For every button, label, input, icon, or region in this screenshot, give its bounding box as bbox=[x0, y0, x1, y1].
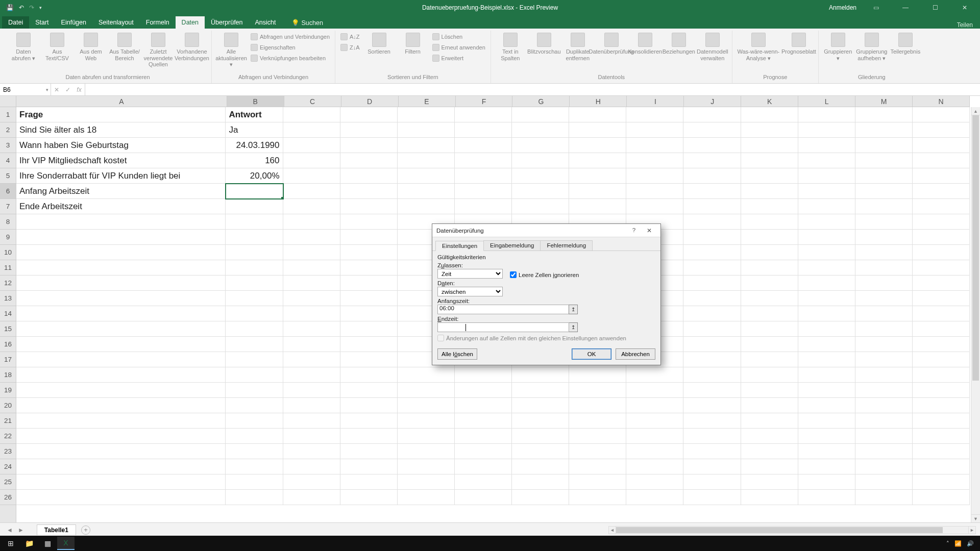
sheet-nav-prev-icon[interactable]: ◄ bbox=[4, 527, 15, 534]
cell[interactable] bbox=[455, 429, 512, 444]
start-time-ref-icon[interactable]: ↥ bbox=[569, 305, 578, 314]
cell[interactable] bbox=[226, 321, 283, 337]
row-header[interactable]: 1 bbox=[0, 107, 16, 122]
fx-icon[interactable]: fx bbox=[74, 86, 85, 93]
cell[interactable] bbox=[741, 245, 798, 260]
cell[interactable] bbox=[913, 153, 970, 168]
cell[interactable] bbox=[913, 321, 970, 337]
cell[interactable] bbox=[398, 367, 455, 383]
cell[interactable] bbox=[798, 474, 855, 490]
cell[interactable] bbox=[798, 291, 855, 306]
get-data-button[interactable]: Daten abrufen ▾ bbox=[7, 32, 40, 62]
cell[interactable] bbox=[340, 245, 398, 260]
remove-duplicates-button[interactable]: Duplikate entfernen bbox=[561, 32, 594, 62]
cell[interactable] bbox=[226, 230, 283, 245]
share-button[interactable]: Teilen bbox=[957, 21, 973, 29]
cell[interactable] bbox=[226, 276, 283, 291]
cell[interactable] bbox=[913, 383, 970, 398]
cell[interactable] bbox=[913, 245, 970, 260]
cell[interactable] bbox=[283, 276, 340, 291]
cell[interactable]: Ende Arbeitszeit bbox=[16, 199, 226, 214]
from-text-button[interactable]: Aus Text/CSV bbox=[41, 32, 74, 62]
filter-button[interactable]: Filtern bbox=[397, 32, 429, 56]
cell[interactable] bbox=[398, 383, 455, 398]
row-header[interactable]: 16 bbox=[0, 337, 16, 352]
dialog-titlebar[interactable]: Datenüberprüfung ? ✕ bbox=[432, 224, 660, 237]
row-header[interactable]: 2 bbox=[0, 122, 16, 138]
start-time-input[interactable]: 06:00 bbox=[437, 305, 569, 314]
cell[interactable] bbox=[569, 184, 626, 199]
cell[interactable] bbox=[626, 107, 683, 122]
column-header[interactable]: I bbox=[627, 96, 684, 107]
column-header[interactable]: N bbox=[913, 96, 970, 107]
cell[interactable] bbox=[226, 260, 283, 276]
scroll-right-icon[interactable]: ► bbox=[968, 527, 975, 534]
tray-up-icon[interactable]: ˄ bbox=[946, 540, 949, 547]
cell[interactable] bbox=[340, 153, 398, 168]
cell[interactable] bbox=[512, 490, 569, 505]
cell[interactable] bbox=[855, 245, 913, 260]
cell[interactable] bbox=[283, 321, 340, 337]
signin-link[interactable]: Anmelden bbox=[829, 4, 856, 11]
cell[interactable] bbox=[913, 413, 970, 429]
cell[interactable] bbox=[283, 168, 340, 184]
formula-input[interactable] bbox=[85, 84, 980, 95]
cell[interactable] bbox=[340, 199, 398, 214]
row-header[interactable]: 24 bbox=[0, 459, 16, 474]
row-header[interactable]: 23 bbox=[0, 444, 16, 459]
cell[interactable] bbox=[283, 490, 340, 505]
cell[interactable] bbox=[455, 474, 512, 490]
cell[interactable] bbox=[512, 413, 569, 429]
cell[interactable] bbox=[626, 138, 683, 153]
cell[interactable] bbox=[226, 398, 283, 413]
cell[interactable] bbox=[798, 107, 855, 122]
cell[interactable] bbox=[855, 444, 913, 459]
cell[interactable] bbox=[798, 245, 855, 260]
cell[interactable] bbox=[226, 245, 283, 260]
cell[interactable] bbox=[340, 383, 398, 398]
cell[interactable] bbox=[855, 398, 913, 413]
cell[interactable] bbox=[798, 214, 855, 230]
cell[interactable] bbox=[683, 321, 741, 337]
recent-sources-button[interactable]: Zuletzt verwendete Quellen bbox=[142, 32, 175, 69]
cell[interactable] bbox=[855, 474, 913, 490]
cell[interactable] bbox=[855, 199, 913, 214]
cell[interactable] bbox=[798, 153, 855, 168]
cell[interactable] bbox=[741, 138, 798, 153]
data-model-button[interactable]: Datenmodell verwalten bbox=[696, 32, 729, 62]
cell[interactable] bbox=[226, 199, 283, 214]
cell[interactable] bbox=[913, 444, 970, 459]
cell[interactable] bbox=[340, 230, 398, 245]
cell[interactable] bbox=[798, 168, 855, 184]
taskbar-excel-icon[interactable]: X bbox=[57, 537, 75, 550]
column-header[interactable]: J bbox=[684, 96, 741, 107]
cell[interactable] bbox=[340, 291, 398, 306]
cell[interactable]: Ihre Sonderrabatt für VIP Kunden liegt b… bbox=[16, 168, 226, 184]
cell[interactable] bbox=[798, 260, 855, 276]
row-header[interactable]: 13 bbox=[0, 291, 16, 306]
cell[interactable] bbox=[398, 138, 455, 153]
cell[interactable] bbox=[913, 398, 970, 413]
cell[interactable] bbox=[683, 367, 741, 383]
cell[interactable] bbox=[16, 291, 226, 306]
cancel-button[interactable]: Abbrechen bbox=[616, 348, 655, 360]
cell[interactable] bbox=[626, 459, 683, 474]
cell[interactable] bbox=[683, 337, 741, 352]
end-time-input[interactable] bbox=[437, 322, 569, 332]
cell[interactable] bbox=[283, 367, 340, 383]
cell[interactable] bbox=[798, 383, 855, 398]
cell[interactable] bbox=[569, 474, 626, 490]
cell[interactable] bbox=[455, 367, 512, 383]
cell[interactable] bbox=[798, 122, 855, 138]
cell[interactable] bbox=[512, 367, 569, 383]
cell[interactable] bbox=[455, 168, 512, 184]
cell[interactable] bbox=[398, 413, 455, 429]
cell[interactable] bbox=[512, 107, 569, 122]
scroll-down-icon[interactable]: ▼ bbox=[971, 514, 980, 522]
cell[interactable] bbox=[283, 459, 340, 474]
cell[interactable] bbox=[569, 168, 626, 184]
cell[interactable] bbox=[855, 413, 913, 429]
dialog-help-icon[interactable]: ? bbox=[627, 227, 641, 234]
cell[interactable] bbox=[855, 260, 913, 276]
cell[interactable] bbox=[913, 122, 970, 138]
